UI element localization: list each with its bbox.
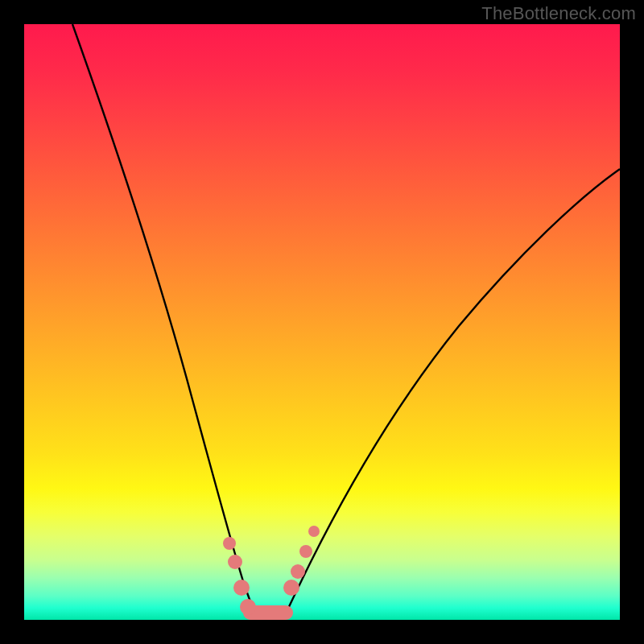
bottleneck-curve-right xyxy=(283,169,620,618)
data-marker xyxy=(283,580,299,596)
chart-plot-area xyxy=(24,24,620,620)
bottleneck-curve-left xyxy=(72,24,258,618)
data-marker xyxy=(228,555,242,569)
data-marker xyxy=(223,537,236,550)
data-marker xyxy=(233,580,250,596)
chart-svg xyxy=(24,24,620,620)
data-marker xyxy=(291,564,305,579)
watermark-text: TheBottleneck.com xyxy=(481,3,636,24)
chart-frame: TheBottleneck.com xyxy=(0,0,644,644)
data-marker xyxy=(299,545,312,558)
data-marker xyxy=(240,599,256,615)
data-marker xyxy=(308,526,320,537)
